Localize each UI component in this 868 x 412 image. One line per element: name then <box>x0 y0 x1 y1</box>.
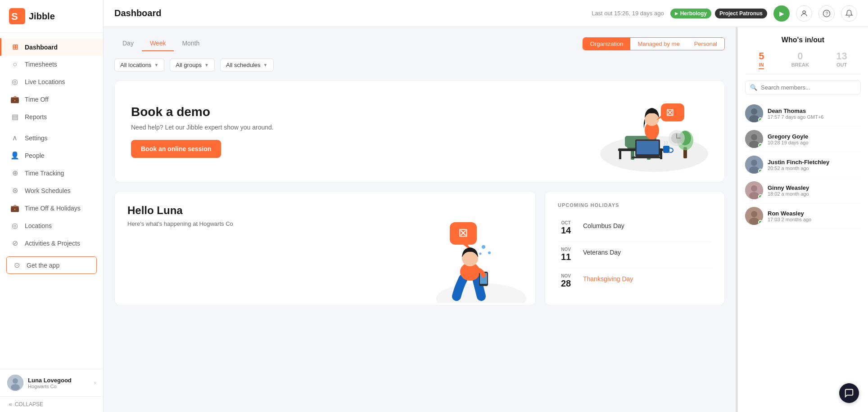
filter-locations[interactable]: All locations ▼ <box>114 58 164 72</box>
chat-support-button[interactable] <box>839 383 859 403</box>
play-button[interactable]: ▶ <box>773 5 790 22</box>
sidebar-item-time-tracking[interactable]: ⊕ Time Tracking <box>0 164 103 182</box>
view-organization-button[interactable]: Organization <box>583 38 631 50</box>
herbology-badge[interactable]: Herbology <box>670 9 711 18</box>
header-right: Last out 15:26, 19 days ago Herbology Pr… <box>592 5 857 22</box>
member-row: Ron Weasley 17:03 2 months ago <box>745 203 861 229</box>
search-icon: 🔍 <box>750 84 757 91</box>
dashboard-main: Day Week Month Organization Managed by m… <box>104 27 736 412</box>
time-off-holidays-icon: 💼 <box>10 204 19 212</box>
member-row: Gregory Goyle 10:28 19 days ago <box>745 126 861 152</box>
work-schedules-icon: ⊛ <box>10 186 19 195</box>
collapse-chevron-icon: « <box>9 401 12 408</box>
svg-point-49 <box>749 166 759 174</box>
member-name: Ginny Weasley <box>768 184 861 191</box>
sidebar: S Jibble ⊞ Dashboard ○ Timesheets ◎ Live… <box>0 0 104 412</box>
sidebar-item-label: Work Schedules <box>25 187 71 194</box>
holidays-card: UPCOMING HOLIDAYS OCT 14 Columbus Day NO… <box>545 191 725 305</box>
status-tab-in[interactable]: 5 IN <box>759 50 764 69</box>
holiday-date: NOV 28 <box>558 273 574 289</box>
chevron-up-icon: ∧ <box>10 134 19 142</box>
sidebar-item-live-locations[interactable]: ◎ Live Locations <box>0 73 103 90</box>
sidebar-item-activities-projects[interactable]: ⊘ Activities & Projects <box>0 234 103 252</box>
out-count: 13 <box>836 50 847 62</box>
member-info: Gregory Goyle 10:28 19 days ago <box>768 133 861 145</box>
search-members-field[interactable]: 🔍 <box>745 81 861 94</box>
svg-point-45 <box>751 134 757 140</box>
svg-point-4 <box>11 384 20 390</box>
tab-week[interactable]: Week <box>142 36 174 51</box>
holiday-month: NOV <box>558 247 574 252</box>
svg-rect-18 <box>632 157 661 158</box>
dropdown-arrow-icon: ▼ <box>204 63 209 67</box>
search-members-input[interactable] <box>761 84 856 91</box>
live-locations-icon: ◎ <box>10 77 19 86</box>
member-name: Ron Weasley <box>768 210 861 217</box>
holiday-row: NOV 28 Thanksgiving Day <box>558 268 712 294</box>
sidebar-item-work-schedules[interactable]: ⊛ Work Schedules <box>0 182 103 199</box>
view-managed-by-me-button[interactable]: Managed by me <box>630 38 687 50</box>
sidebar-item-label: Dashboard <box>25 44 58 51</box>
sidebar-item-label: Time Tracking <box>25 170 64 177</box>
svg-point-54 <box>751 211 757 217</box>
member-time: 20:52 a month ago <box>768 166 861 171</box>
help-icon-button[interactable]: ? <box>818 5 835 22</box>
sidebar-item-time-off-holidays[interactable]: 💼 Time Off & Holidays <box>0 199 103 217</box>
status-tab-break[interactable]: 0 BREAK <box>791 50 809 69</box>
sidebar-item-label: People <box>25 152 45 159</box>
view-personal-button[interactable]: Personal <box>687 38 724 50</box>
svg-rect-19 <box>663 146 669 153</box>
sidebar-item-people[interactable]: 👤 People <box>0 147 103 164</box>
project-badge[interactable]: Project Patronus <box>715 9 767 18</box>
get-app-button[interactable]: ⊙ Get the app <box>6 256 97 274</box>
svg-point-51 <box>751 185 757 192</box>
collapse-sidebar-button[interactable]: « COLLAPSE <box>0 396 103 412</box>
member-time: 17:57 7 days ago GMT+6 <box>768 114 861 120</box>
sidebar-item-locations[interactable]: ◎ Locations <box>0 217 103 234</box>
online-status-dot <box>758 194 763 199</box>
member-name: Dean Thomas <box>768 107 861 114</box>
sidebar-item-label: Live Locations <box>25 78 65 85</box>
holiday-name: Veterans Day <box>583 247 621 256</box>
logo-area[interactable]: S Jibble <box>0 0 103 33</box>
content-area: Day Week Month Organization Managed by m… <box>104 27 868 412</box>
break-label: BREAK <box>791 62 809 67</box>
member-time: 10:28 19 days ago <box>768 140 861 145</box>
filter-groups[interactable]: All groups ▼ <box>170 58 215 72</box>
demo-card-content: Book a demo Need help? Let our Jibble ex… <box>131 105 582 158</box>
sidebar-item-label: Settings <box>25 134 48 142</box>
tab-month[interactable]: Month <box>174 36 208 51</box>
svg-point-55 <box>749 218 759 225</box>
filter-schedules[interactable]: All schedules ▼ <box>220 58 274 72</box>
book-session-button[interactable]: Book an online session <box>131 140 221 158</box>
user-info: Luna Lovegood Hogwarts Co <box>28 377 90 389</box>
sidebar-item-dashboard[interactable]: ⊞ Dashboard <box>0 38 103 56</box>
sidebar-item-reports[interactable]: ▤ Reports <box>0 108 103 125</box>
holiday-row: NOV 11 Veterans Day <box>558 242 712 268</box>
status-tab-out[interactable]: 13 OUT <box>836 50 847 69</box>
svg-point-3 <box>13 378 18 384</box>
sidebar-item-time-off[interactable]: 💼 Time Off <box>0 90 103 108</box>
in-count: 5 <box>759 50 764 62</box>
last-out-text: Last out 15:26, 19 days ago <box>592 10 664 17</box>
holidays-title: UPCOMING HOLIDAYS <box>558 202 712 208</box>
sidebar-item-settings[interactable]: ∧ Settings <box>0 129 103 147</box>
tab-day[interactable]: Day <box>114 36 142 51</box>
activities-icon: ⊘ <box>10 239 19 247</box>
sidebar-item-label: Locations <box>25 222 52 229</box>
member-avatar <box>745 156 763 174</box>
hello-card: Hello Luna Here's what's happening at Ho… <box>114 191 536 305</box>
sidebar-item-timesheets[interactable]: ○ Timesheets <box>0 56 103 73</box>
jibble-logo-icon: S <box>9 8 25 24</box>
download-icon: ⊙ <box>12 261 21 269</box>
user-profile-area[interactable]: Luna Lovegood Hogwarts Co › <box>0 369 103 396</box>
notifications-icon-button[interactable] <box>841 5 857 22</box>
online-status-dot <box>758 117 763 122</box>
dashboard-icon: ⊞ <box>10 43 19 51</box>
member-time: 18:02 a month ago <box>768 191 861 197</box>
svg-point-48 <box>751 160 757 166</box>
user-icon-button[interactable] <box>796 5 812 22</box>
holiday-day: 11 <box>558 252 574 262</box>
holiday-date: OCT 14 <box>558 220 574 236</box>
holiday-name: Thanksgiving Day <box>583 273 633 282</box>
